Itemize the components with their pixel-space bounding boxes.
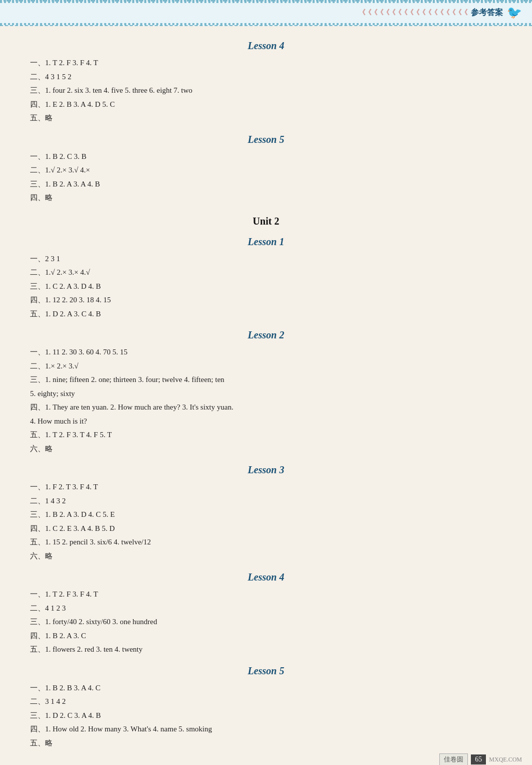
answer-line: 5. eighty; sixty [30,388,502,401]
unit-title-2: Unit 2 [30,216,502,227]
answer-line: 三、1. forty/40 2. sixty/60 3. one hundred [30,616,502,629]
lesson-title-7: Lesson 5 [30,665,502,677]
footer-url: MXQE.COM [489,756,522,763]
lesson-title-3: Lesson 1 [30,236,502,248]
answer-line: 一、1. F 2. T 3. F 4. T [30,481,502,494]
answer-line: 五、1. 15 2. pencil 3. six/6 4. twelve/12 [30,536,502,549]
lesson-title-1: Lesson 5 [30,134,502,145]
answer-line: 三、1. nine; fifteen 2. one; thirteen 3. f… [30,373,502,387]
answer-line: 四、1. They are ten yuan. 2. How much are … [30,401,502,414]
footer-page: 65 [471,754,486,764]
answer-line: 一、1. T 2. F 3. F 4. T [30,57,502,70]
answer-line: 一、1. B 2. B 3. A 4. C [30,682,502,695]
answer-line: 四、略 [30,192,502,205]
answer-line: 五、1. D 2. A 3. C 4. B [30,308,502,321]
answer-line: 四、1. How old 2. How many 3. What's 4. na… [30,723,502,736]
answer-line: 六、略 [30,550,502,563]
lesson-title-0: Lesson 4 [30,40,502,52]
lesson-title-4: Lesson 2 [30,329,502,341]
answer-line: 四、1. C 2. E 3. A 4. B 5. D [30,522,502,535]
answer-line: 五、1. T 2. F 3. T 4. F 5. T [30,429,502,442]
answer-line: 三、1. D 2. C 3. A 4. B [30,709,502,722]
answer-line: 二、1.× 2.× 3.√ [30,360,502,373]
answer-line: 三、1. C 2. A 3. D 4. B [30,280,502,293]
answer-line: 一、1. B 2. C 3. B [30,150,502,163]
answer-line: 二、1 4 3 2 [30,495,502,508]
answer-line: 二、3 1 4 2 [30,695,502,708]
answer-line: 四、1. E 2. B 3. A 4. D 5. C [30,98,502,111]
bird-icon: 🐦 [507,6,522,20]
answer-line: 二、1.√ 2.× 3.× 4.√ [30,266,502,279]
answer-line: 一、2 3 1 [30,253,502,266]
answer-line: 三、1. B 2. A 3. A 4. B [30,178,502,191]
answer-line: 四、1. B 2. A 3. C [30,630,502,643]
answer-line: 三、1. four 2. six 3. ten 4. five 5. three… [30,84,502,97]
footer-site: 佳卷圆 [439,753,468,765]
answer-line: 二、4 3 1 5 2 [30,71,502,84]
header-arrows: 《《《《《《《《《《《《《《《《《《 [359,8,467,17]
answer-line: 三、1. B 2. A 3. D 4. C 5. E [30,508,502,521]
answer-line: 二、4 1 2 3 [30,602,502,615]
header-title: 参考答案 [471,8,503,18]
answer-line: 五、略 [30,737,502,750]
answer-line: 四、1. 12 2. 20 3. 18 4. 15 [30,294,502,307]
answer-line: 一、1. T 2. F 3. F 4. T [30,588,502,601]
answer-line: 二、1.√ 2.× 3.√ 4.× [30,164,502,177]
lesson-title-5: Lesson 3 [30,464,502,476]
lesson-title-6: Lesson 4 [30,571,502,583]
answer-line: 五、1. flowers 2. red 3. ten 4. twenty [30,643,502,656]
footer: 佳卷圆 65 MXQE.COM [439,753,522,765]
answer-line: 六、略 [30,443,502,456]
answer-line: 4. How much is it? [30,415,502,428]
answer-line: 五、略 [30,112,502,125]
main-content: Lesson 4一、1. T 2. F 3. F 4. T二、4 3 1 5 2… [0,26,532,765]
answer-line: 一、1. 11 2. 30 3. 60 4. 70 5. 15 [30,346,502,359]
header-bar: 《《《《《《《《《《《《《《《《《《 参考答案 🐦 [0,0,532,26]
